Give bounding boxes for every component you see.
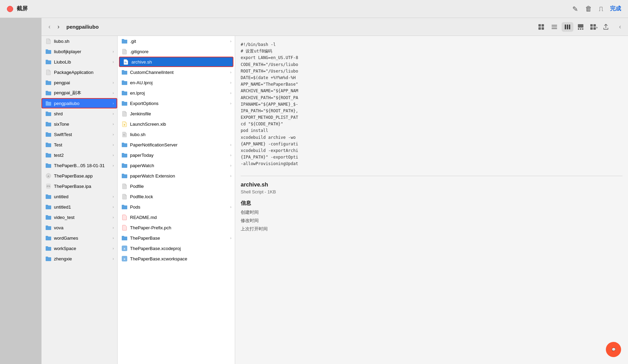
sidebar-item[interactable]: LiuboLib› bbox=[41, 57, 117, 67]
svg-rect-24 bbox=[124, 63, 127, 63]
main-item[interactable]: archive.sh bbox=[119, 57, 233, 67]
file-name-label: LaunchScreen.xib bbox=[130, 122, 231, 127]
main-item[interactable]: en-AU.lproj› bbox=[118, 77, 235, 88]
svg-rect-6 bbox=[552, 28, 557, 29]
markup-icon[interactable]: ✎ bbox=[572, 5, 578, 13]
svg-rect-8 bbox=[567, 25, 568, 29]
forward-button[interactable]: › bbox=[56, 22, 61, 32]
main-item[interactable]: paperWatch Extension› bbox=[118, 171, 235, 181]
file-name-label: PackageApplication bbox=[54, 70, 114, 75]
main-item[interactable]: en.lproj› bbox=[118, 88, 235, 98]
delete-icon[interactable]: 🗑 bbox=[585, 5, 592, 13]
folder-icon bbox=[121, 152, 128, 159]
close-button[interactable] bbox=[7, 6, 13, 12]
preview-filetype: Shell Script - 1KB bbox=[241, 189, 622, 194]
chevron-icon: › bbox=[113, 226, 114, 230]
main-item[interactable]: Pods› bbox=[118, 202, 235, 212]
main-item[interactable]: PaperNotificationServer› bbox=[118, 140, 235, 150]
sidebar-item[interactable]: video_test› bbox=[41, 212, 117, 222]
file-name-label: pengpai bbox=[54, 80, 111, 85]
file-name-label: shrd bbox=[54, 111, 111, 116]
file-icon bbox=[121, 193, 128, 200]
chevron-icon: › bbox=[113, 50, 114, 54]
svg-rect-17 bbox=[593, 27, 596, 30]
svg-rect-0 bbox=[538, 24, 541, 27]
file-name-label: untitled1 bbox=[54, 204, 111, 210]
sidebar-item[interactable]: vova› bbox=[41, 222, 117, 233]
main-item[interactable]: liubo.sh bbox=[118, 129, 235, 140]
file-icon bbox=[121, 131, 128, 138]
finder-share-button[interactable] bbox=[601, 22, 611, 32]
main-item[interactable]: CustomChannelIntent› bbox=[118, 67, 235, 77]
sidebar-item[interactable]: pengpai› bbox=[41, 77, 117, 88]
chevron-icon: › bbox=[113, 60, 114, 64]
sidebar-item[interactable]: liubofijkplayer› bbox=[41, 46, 117, 57]
sidebar-item[interactable]: IPAThePaperBase.ipa bbox=[41, 181, 117, 191]
main-item[interactable]: Jenkinsfile bbox=[118, 108, 235, 119]
main-item[interactable]: ✦ LaunchScreen.xib bbox=[118, 119, 235, 129]
chevron-icon: › bbox=[113, 102, 114, 105]
back-button[interactable]: ‹ bbox=[47, 22, 52, 32]
file-icon bbox=[121, 183, 128, 190]
sidebar-item[interactable]: liubo.sh bbox=[41, 36, 117, 46]
sidebar-item[interactable]: wordGames› bbox=[41, 233, 117, 243]
file-name-label: zhengxie bbox=[54, 256, 111, 261]
svg-text:A: A bbox=[47, 175, 49, 178]
sidebar-item[interactable]: test2› bbox=[41, 150, 117, 160]
sidebar-item[interactable]: untitled› bbox=[41, 191, 117, 202]
main-item[interactable]: paperWatch› bbox=[118, 160, 235, 171]
file-name-label: ThePaperB...05 18-01-31 bbox=[54, 163, 111, 168]
list-view-button[interactable] bbox=[548, 22, 560, 32]
main-item[interactable]: Podfile.lock bbox=[118, 191, 235, 202]
svg-rect-14 bbox=[590, 24, 593, 27]
svg-marker-18 bbox=[597, 27, 598, 29]
file-name-label: paperWatch bbox=[130, 163, 229, 168]
file-icon bbox=[121, 224, 128, 231]
group-view-button[interactable] bbox=[588, 22, 600, 32]
share-icon[interactable]: ⎍ bbox=[599, 5, 603, 13]
sidebar-toggle-button[interactable]: ‹ bbox=[618, 22, 622, 32]
sidebar-item[interactable]: untitled1› bbox=[41, 202, 117, 212]
svg-text:✦: ✦ bbox=[123, 124, 126, 126]
folder-icon bbox=[45, 110, 52, 117]
main-item[interactable]: XThePaperBase.xcworkspace bbox=[118, 253, 235, 264]
sidebar-item[interactable]: SwiftTest› bbox=[41, 129, 117, 140]
file-name-label: Podfile.lock bbox=[130, 194, 231, 199]
file-name-label: pengpai_副本 bbox=[54, 90, 111, 96]
main-item[interactable]: ThePaper-Prefix.pch bbox=[118, 222, 235, 233]
gallery-view-button[interactable] bbox=[575, 22, 587, 32]
sidebar-item[interactable]: pengpailiubo› bbox=[41, 98, 117, 108]
folder-icon bbox=[45, 234, 52, 241]
sidebar-item[interactable]: zhengxie› bbox=[41, 253, 117, 264]
preview-file-info: archive.sh Shell Script - 1KB 信息 创建时间修改时… bbox=[241, 176, 622, 232]
file-icon: A bbox=[45, 172, 52, 179]
column-view-button[interactable] bbox=[562, 22, 573, 32]
svg-text:X: X bbox=[123, 258, 126, 261]
folder-icon bbox=[45, 121, 52, 127]
main-item[interactable]: XThePaperBase.xcodeproj bbox=[118, 243, 235, 253]
sidebar-item[interactable]: ThePaperB...05 18-01-31› bbox=[41, 160, 117, 171]
main-item[interactable]: README.md bbox=[118, 212, 235, 222]
sidebar-item[interactable]: Test› bbox=[41, 140, 117, 150]
main-item[interactable]: .git› bbox=[118, 36, 235, 46]
sidebar-item[interactable]: sixTone› bbox=[41, 119, 117, 129]
chevron-icon: › bbox=[113, 247, 114, 250]
sidebar-item[interactable]: PackageApplication bbox=[41, 67, 117, 77]
sidebar-item[interactable]: workSpace› bbox=[41, 243, 117, 253]
chevron-icon: › bbox=[230, 236, 231, 240]
main-item[interactable]: paperToday› bbox=[118, 150, 235, 160]
main-item[interactable]: Podfile bbox=[118, 181, 235, 191]
csdn-badge[interactable]: 💬 bbox=[606, 342, 621, 357]
main-item[interactable]: ThePaperBase› bbox=[118, 233, 235, 243]
file-name-label: liubo.sh bbox=[54, 39, 114, 44]
main-item[interactable]: .gitignore bbox=[118, 46, 235, 57]
sidebar-item[interactable]: pengpai_副本› bbox=[41, 88, 117, 98]
main-item[interactable]: ExportOptions› bbox=[118, 98, 235, 108]
file-name-label: ThePaperBase.xcodeproj bbox=[130, 246, 231, 251]
app-title: 截屏 bbox=[17, 5, 28, 12]
sidebar-item[interactable]: shrd› bbox=[41, 108, 117, 119]
sidebar-item[interactable]: AThePaperBase.app bbox=[41, 171, 117, 181]
done-button[interactable]: 完成 bbox=[610, 5, 621, 12]
icon-view-button[interactable] bbox=[535, 22, 547, 32]
top-bar: 截屏 ✎ 🗑 ⎍ 完成 bbox=[0, 0, 628, 18]
